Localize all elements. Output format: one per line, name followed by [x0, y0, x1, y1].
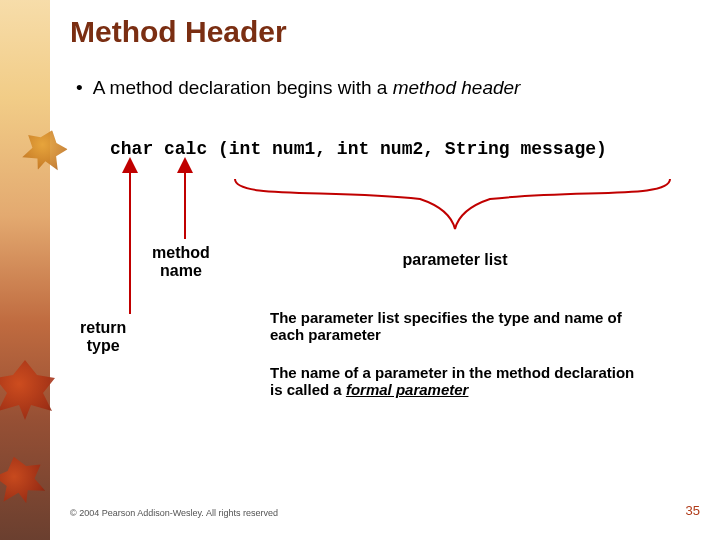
label-line: method: [152, 244, 210, 261]
explanation-emphasis: formal parameter: [346, 381, 469, 398]
decorative-left-strip: [0, 0, 50, 540]
label-line: name: [160, 262, 202, 279]
annotation-arrows: [70, 139, 700, 459]
label-line: type: [87, 337, 120, 354]
content-area: Method Header • A method declaration beg…: [70, 15, 700, 525]
copyright-footer: © 2004 Pearson Addison-Wesley. All right…: [70, 508, 278, 518]
slide: Method Header • A method declaration beg…: [0, 0, 720, 540]
explanation-1: The parameter list specifies the type an…: [270, 309, 650, 343]
slide-title: Method Header: [70, 15, 700, 49]
label-method-name: method name: [152, 244, 210, 280]
bullet-item: • A method declaration begins with a met…: [70, 77, 700, 99]
label-return-type: return type: [80, 319, 126, 355]
bullet-text: A method declaration begins with a metho…: [93, 77, 521, 99]
label-line: return: [80, 319, 126, 336]
page-number: 35: [686, 503, 700, 518]
bullet-emphasis: method header: [393, 77, 521, 98]
explanation-2: The name of a parameter in the method de…: [270, 364, 650, 398]
label-parameter-list: parameter list: [375, 251, 535, 269]
diagram: char calc (int num1, int num2, String me…: [70, 139, 700, 459]
code-line: char calc (int num1, int num2, String me…: [110, 139, 607, 159]
bullet-dot: •: [76, 77, 83, 99]
bullet-prefix: A method declaration begins with a: [93, 77, 393, 98]
